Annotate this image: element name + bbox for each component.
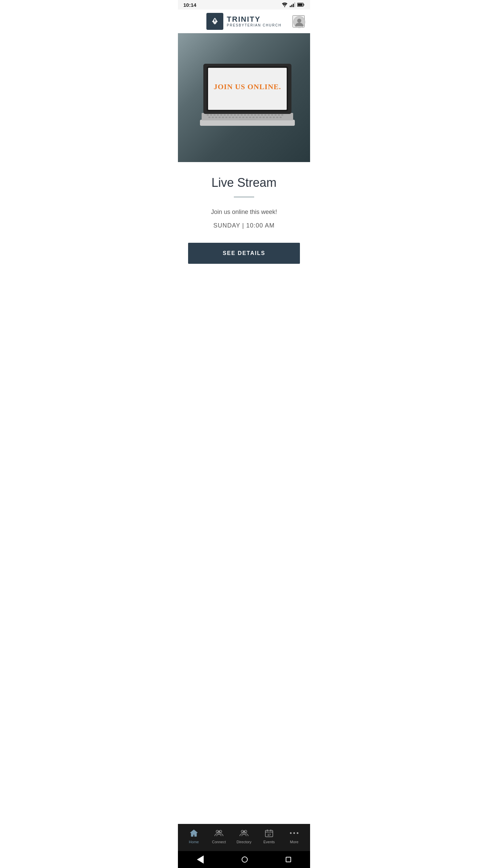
svg-rect-22 xyxy=(241,114,243,116)
logo-text: TRINITY PRESBYTERIAN CHURCH xyxy=(227,15,281,27)
svg-rect-3 xyxy=(293,4,294,7)
status-time: 10:14 xyxy=(183,2,196,8)
svg-rect-45 xyxy=(242,117,244,118)
bottom-navigation: Home Connect xyxy=(178,824,310,851)
svg-rect-12 xyxy=(207,114,209,116)
svg-rect-6 xyxy=(304,4,304,6)
nav-label-more: More xyxy=(290,840,298,844)
svg-rect-48 xyxy=(252,117,255,118)
content-time: SUNDAY | 10:00 AM xyxy=(188,222,300,229)
svg-rect-15 xyxy=(217,114,219,116)
status-icons xyxy=(282,2,305,7)
svg-text:JOIN US ONLINE.: JOIN US ONLINE. xyxy=(214,82,281,91)
svg-rect-57 xyxy=(239,119,256,120)
svg-text:17: 17 xyxy=(267,833,271,836)
svg-rect-17 xyxy=(224,114,226,116)
svg-rect-31 xyxy=(271,114,273,116)
logo-icon xyxy=(206,13,223,30)
android-back-button[interactable] xyxy=(197,855,204,864)
svg-rect-7 xyxy=(298,4,303,6)
svg-point-0 xyxy=(284,6,285,7)
svg-rect-34 xyxy=(281,114,283,116)
svg-rect-49 xyxy=(256,117,258,118)
svg-rect-25 xyxy=(251,114,253,116)
svg-rect-26 xyxy=(254,114,256,116)
svg-rect-56 xyxy=(280,117,282,118)
hero-image: JOIN US ONLINE. xyxy=(178,33,310,162)
svg-rect-42 xyxy=(232,117,234,118)
nav-label-events: Events xyxy=(263,840,275,844)
svg-rect-20 xyxy=(234,114,236,116)
svg-rect-47 xyxy=(249,117,251,118)
svg-rect-55 xyxy=(276,117,278,118)
svg-rect-13 xyxy=(210,114,212,116)
svg-rect-2 xyxy=(291,5,292,7)
android-recent-button[interactable] xyxy=(286,857,291,862)
profile-button[interactable] xyxy=(292,15,305,27)
svg-point-72 xyxy=(293,832,295,834)
svg-point-73 xyxy=(297,832,299,834)
status-bar: 10:14 xyxy=(178,0,310,9)
svg-rect-23 xyxy=(244,114,246,116)
svg-rect-44 xyxy=(239,117,241,118)
svg-rect-36 xyxy=(212,117,214,118)
svg-rect-41 xyxy=(229,117,231,118)
svg-rect-33 xyxy=(278,114,280,116)
svg-rect-54 xyxy=(273,117,275,118)
svg-point-9 xyxy=(297,19,301,23)
svg-rect-27 xyxy=(258,114,260,116)
android-nav-bar xyxy=(178,851,310,868)
battery-icon xyxy=(297,3,305,7)
svg-rect-35 xyxy=(208,117,210,118)
directory-icon xyxy=(239,828,249,838)
events-icon: 17 xyxy=(264,828,274,838)
nav-item-connect[interactable]: Connect xyxy=(206,826,231,847)
svg-rect-50 xyxy=(259,117,261,118)
more-icon xyxy=(289,828,299,838)
content-description: Join us online this week! xyxy=(188,208,300,217)
signal-icon xyxy=(290,2,295,7)
svg-rect-52 xyxy=(266,117,268,118)
logo-title: TRINITY xyxy=(227,15,281,23)
svg-rect-53 xyxy=(269,117,271,118)
svg-rect-38 xyxy=(219,117,221,118)
home-icon xyxy=(189,828,199,838)
svg-point-65 xyxy=(218,831,220,833)
see-details-button[interactable]: SEE DETAILS xyxy=(188,243,300,264)
svg-rect-39 xyxy=(222,117,224,118)
svg-rect-40 xyxy=(225,117,227,118)
svg-rect-37 xyxy=(215,117,217,118)
page-content: Live Stream Join us online this week! SU… xyxy=(178,162,310,318)
content-title: Live Stream xyxy=(188,176,300,190)
svg-rect-19 xyxy=(230,114,232,116)
svg-rect-62 xyxy=(192,833,195,835)
content-divider xyxy=(234,197,254,197)
svg-rect-32 xyxy=(274,114,277,116)
nav-label-connect: Connect xyxy=(212,840,226,844)
content-section: Live Stream Join us online this week! SU… xyxy=(178,162,310,274)
svg-rect-24 xyxy=(247,114,249,116)
svg-rect-46 xyxy=(246,117,248,118)
nav-item-home[interactable]: Home xyxy=(181,826,206,847)
svg-point-68 xyxy=(243,831,245,833)
wifi-icon xyxy=(282,2,288,7)
android-home-button[interactable] xyxy=(242,856,248,863)
svg-point-71 xyxy=(290,832,292,834)
svg-rect-14 xyxy=(214,114,216,116)
svg-rect-21 xyxy=(237,114,239,116)
nav-item-events[interactable]: 17 Events xyxy=(257,826,282,847)
svg-rect-10 xyxy=(200,120,295,126)
svg-rect-4 xyxy=(294,2,296,7)
nav-label-home: Home xyxy=(189,840,199,844)
nav-item-directory[interactable]: Directory xyxy=(231,826,257,847)
svg-rect-43 xyxy=(236,117,238,118)
nav-label-directory: Directory xyxy=(237,840,251,844)
app-header: TRINITY PRESBYTERIAN CHURCH xyxy=(178,9,310,33)
nav-item-more[interactable]: More xyxy=(282,826,307,847)
svg-rect-29 xyxy=(264,114,266,116)
svg-rect-30 xyxy=(268,114,270,116)
svg-rect-51 xyxy=(263,117,265,118)
svg-rect-16 xyxy=(220,114,222,116)
laptop-illustration: JOIN US ONLINE. xyxy=(190,54,298,142)
svg-rect-1 xyxy=(290,6,291,7)
